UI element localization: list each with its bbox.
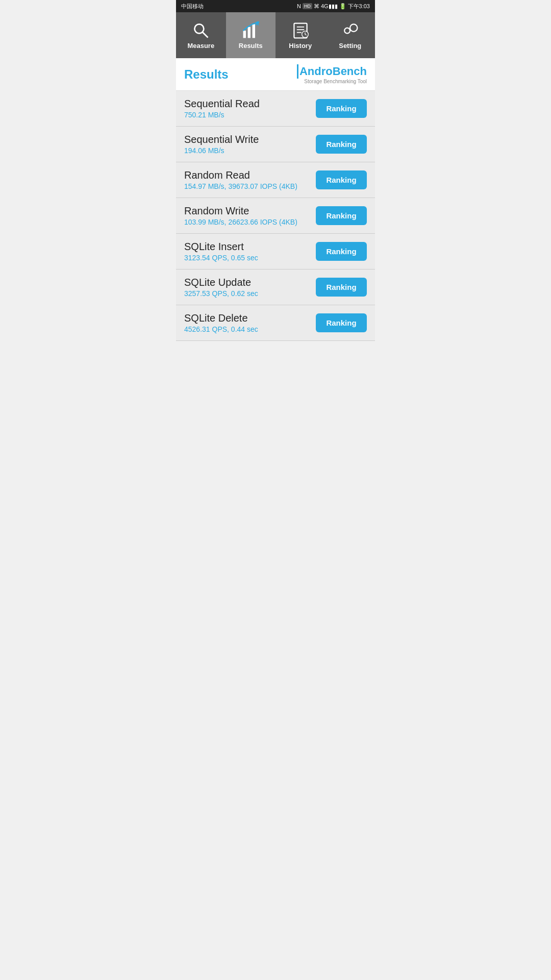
logo-area: AndroBench Storage Benchmarking Tool xyxy=(297,64,367,84)
logo-bar-decoration xyxy=(297,64,298,79)
result-info: SQLite Delete 4526.31 QPS, 0.44 sec xyxy=(184,312,258,333)
results-header: Results AndroBench Storage Benchmarking … xyxy=(176,58,375,91)
svg-rect-4 xyxy=(253,24,255,38)
result-name: Random Read xyxy=(184,169,297,181)
tab-setting-label: Setting xyxy=(339,42,361,50)
tab-results-label: Results xyxy=(239,42,263,50)
result-item: SQLite Delete 4526.31 QPS, 0.44 sec Rank… xyxy=(176,305,375,341)
logo-text: AndroBench xyxy=(299,66,367,77)
nfc-icon: N xyxy=(297,3,301,9)
ranking-button[interactable]: Ranking xyxy=(316,242,367,261)
result-info: Random Read 154.97 MB/s, 39673.07 IOPS (… xyxy=(184,169,297,190)
results-icon xyxy=(241,21,260,40)
result-value: 3257.53 QPS, 0.62 sec xyxy=(184,289,258,298)
result-value: 750.21 MB/s xyxy=(184,111,260,119)
time-text: 下午3:03 xyxy=(348,3,370,10)
result-list: Sequential Read 750.21 MB/s Ranking Sequ… xyxy=(176,91,375,341)
logo-row: AndroBench xyxy=(297,64,367,79)
result-name: SQLite Insert xyxy=(184,241,258,253)
svg-line-1 xyxy=(202,32,208,37)
wifi-icon: ⌘ xyxy=(314,3,319,10)
result-name: Sequential Read xyxy=(184,98,260,110)
result-name: Sequential Write xyxy=(184,134,259,145)
result-item: Random Read 154.97 MB/s, 39673.07 IOPS (… xyxy=(176,162,375,198)
result-name: SQLite Delete xyxy=(184,312,258,324)
page-title: Results xyxy=(184,67,229,82)
result-value: 3123.54 QPS, 0.65 sec xyxy=(184,254,258,262)
result-value: 103.99 MB/s, 26623.66 IOPS (4KB) xyxy=(184,218,297,226)
svg-point-14 xyxy=(350,24,357,31)
result-info: Sequential Write 194.06 MB/s xyxy=(184,134,259,155)
ranking-button[interactable]: Ranking xyxy=(316,313,367,332)
tab-results[interactable]: Results xyxy=(226,12,276,58)
ranking-button[interactable]: Ranking xyxy=(316,278,367,297)
nav-tabs: Measure Results History Se xyxy=(176,12,375,58)
tab-setting[interactable]: Setting xyxy=(325,12,375,58)
result-info: Sequential Read 750.21 MB/s xyxy=(184,98,260,119)
result-value: 194.06 MB/s xyxy=(184,146,259,155)
battery-icon: 🔋 xyxy=(339,3,346,10)
result-info: SQLite Insert 3123.54 QPS, 0.65 sec xyxy=(184,241,258,262)
logo-part2: Bench xyxy=(333,65,367,78)
history-icon xyxy=(291,21,310,40)
result-item: SQLite Update 3257.53 QPS, 0.62 sec Rank… xyxy=(176,270,375,305)
hd-icon: HD xyxy=(303,3,312,9)
tab-history-label: History xyxy=(289,42,312,50)
result-info: SQLite Update 3257.53 QPS, 0.62 sec xyxy=(184,277,258,298)
logo-subtitle: Storage Benchmarking Tool xyxy=(304,79,367,84)
result-name: Random Write xyxy=(184,205,297,217)
logo-part1: Andro xyxy=(299,65,333,78)
signal-icon: 4G▮▮▮ xyxy=(321,3,338,10)
svg-rect-3 xyxy=(248,27,251,38)
result-item: Sequential Write 194.06 MB/s Ranking xyxy=(176,127,375,162)
svg-rect-2 xyxy=(243,31,246,38)
result-info: Random Write 103.99 MB/s, 26623.66 IOPS … xyxy=(184,205,297,226)
status-bar: 中国移动 N HD ⌘ 4G▮▮▮ 🔋 下午3:03 xyxy=(176,0,375,12)
ranking-button[interactable]: Ranking xyxy=(316,206,367,225)
setting-icon xyxy=(341,21,359,40)
result-item: SQLite Insert 3123.54 QPS, 0.65 sec Rank… xyxy=(176,234,375,270)
ranking-button[interactable]: Ranking xyxy=(316,170,367,189)
tab-measure[interactable]: Measure xyxy=(176,12,226,58)
carrier-text: 中国移动 xyxy=(181,3,204,10)
tab-history[interactable]: History xyxy=(276,12,325,58)
status-icons: N HD ⌘ 4G▮▮▮ 🔋 下午3:03 xyxy=(297,3,370,10)
svg-point-13 xyxy=(344,28,350,33)
result-item: Random Write 103.99 MB/s, 26623.66 IOPS … xyxy=(176,198,375,234)
result-value: 154.97 MB/s, 39673.07 IOPS (4KB) xyxy=(184,182,297,190)
tab-measure-label: Measure xyxy=(187,42,214,50)
ranking-button[interactable]: Ranking xyxy=(316,135,367,154)
svg-point-0 xyxy=(194,24,204,33)
ranking-button[interactable]: Ranking xyxy=(316,99,367,118)
result-value: 4526.31 QPS, 0.44 sec xyxy=(184,325,258,333)
measure-icon xyxy=(192,21,210,40)
result-name: SQLite Update xyxy=(184,277,258,288)
result-item: Sequential Read 750.21 MB/s Ranking xyxy=(176,91,375,127)
